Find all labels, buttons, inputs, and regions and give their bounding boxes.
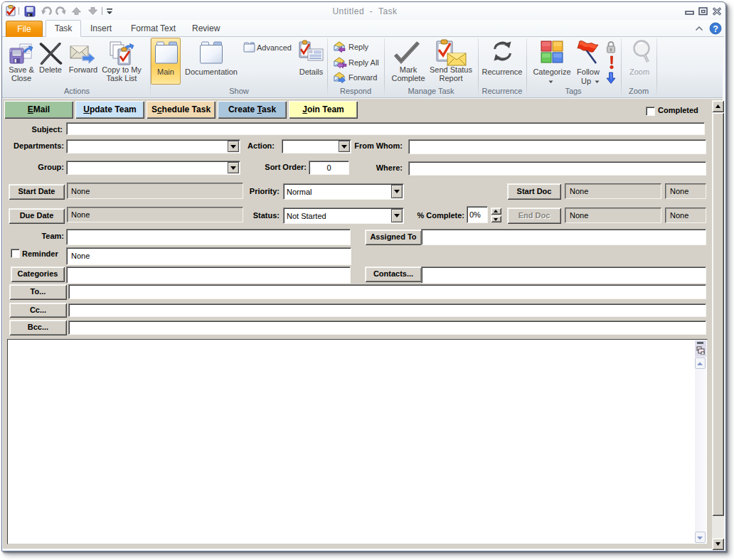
svg-text:?: ? [713, 24, 718, 34]
